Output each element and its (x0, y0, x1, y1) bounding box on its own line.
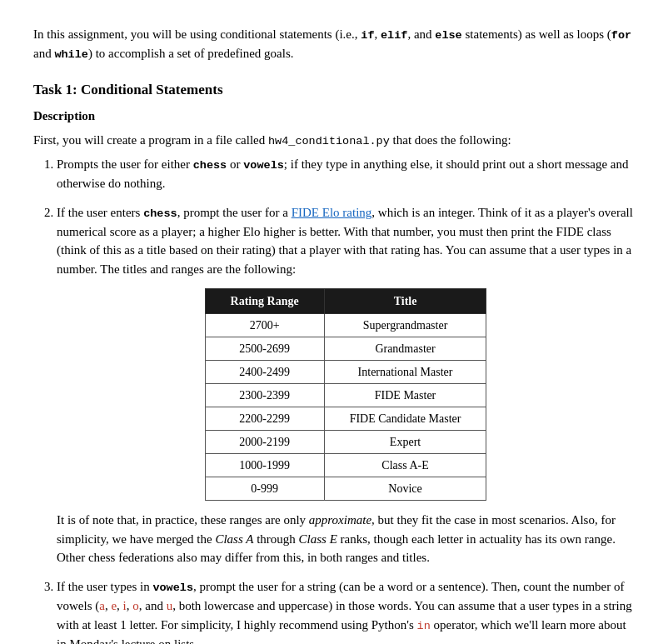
keyword-else: else (435, 29, 461, 42)
table-row: 1000-1999 Class A-E (205, 454, 486, 477)
table-cell-title: International Master (324, 361, 486, 384)
kw-vowels-1: vowels (243, 159, 284, 172)
table-cell-range: 0-999 (205, 477, 324, 501)
table-cell-range: 2300-2399 (205, 384, 324, 407)
class-a-text: Class A (215, 532, 253, 546)
table-row: 2500-2699 Grandmaster (205, 337, 486, 361)
table-cell-title: FIDE Candidate Master (324, 407, 486, 431)
kw-chess-2: chess (143, 207, 177, 220)
table-row: 2400-2499 International Master (205, 361, 486, 384)
description-title: Description (33, 107, 635, 126)
vowel-a: a (99, 599, 105, 612)
table-cell-title: Grandmaster (324, 337, 486, 361)
rating-table: Rating Range Title 2700+ Supergrandmaste… (205, 288, 487, 501)
vowel-o: o (132, 599, 139, 612)
task1-item3: If the user types in vowels, prompt the … (57, 577, 635, 644)
table-cell-title: Novice (324, 477, 486, 501)
vowel-i: i (123, 599, 127, 612)
keyword-while: while (54, 48, 88, 61)
table-row: 0-999 Novice (205, 477, 486, 501)
table-row: 2700+ Supergrandmaster (205, 314, 486, 337)
task1-item2: If the user enters chess, prompt the use… (57, 203, 635, 567)
keyword-for: for (611, 29, 631, 42)
table-header-title: Title (324, 289, 486, 314)
table-note: It is of note that, in practice, these r… (57, 511, 635, 567)
filename: hw4_conditional.py (268, 135, 390, 147)
table-cell-range: 2700+ (205, 314, 324, 337)
table-row: 2300-2399 FIDE Master (205, 384, 486, 407)
table-cell-range: 2400-2499 (205, 361, 324, 384)
task1-section: Task 1: Conditional Statements Descripti… (33, 79, 635, 645)
intro-paragraph: In this assignment, you will be using co… (33, 25, 635, 64)
approximate-text: approximate (309, 513, 371, 527)
kw-chess-1: chess (193, 159, 227, 172)
table-cell-title: Class A-E (324, 454, 486, 477)
fide-elo-link[interactable]: FIDE Elo rating (292, 206, 372, 219)
table-cell-range: 2200-2299 (205, 407, 324, 431)
keyword-elif: elif (381, 29, 407, 42)
kw-vowels-2: vowels (152, 582, 193, 594)
vowel-e: e (111, 599, 117, 612)
table-row: 2000-2199 Expert (205, 431, 486, 454)
kw-in: in (417, 618, 431, 632)
table-row: 2200-2299 FIDE Candidate Master (205, 407, 486, 431)
vowel-u: u (167, 599, 173, 612)
table-header-range: Rating Range (205, 289, 324, 314)
task1-intro: First, you will create a program in a fi… (33, 131, 635, 150)
table-cell-title: Supergrandmaster (324, 314, 486, 337)
task1-list: Prompts the user for either chess or vow… (57, 155, 635, 644)
table-cell-title: Expert (324, 431, 486, 454)
table-cell-range: 2500-2699 (205, 337, 324, 361)
task1-item1: Prompts the user for either chess or vow… (57, 155, 635, 193)
keyword-if: if (361, 29, 374, 42)
table-cell-range: 1000-1999 (205, 454, 324, 477)
class-e-text: Class E (299, 532, 337, 546)
table-cell-title: FIDE Master (324, 384, 486, 407)
table-cell-range: 2000-2199 (205, 431, 324, 454)
task1-title: Task 1: Conditional Statements (33, 79, 635, 101)
